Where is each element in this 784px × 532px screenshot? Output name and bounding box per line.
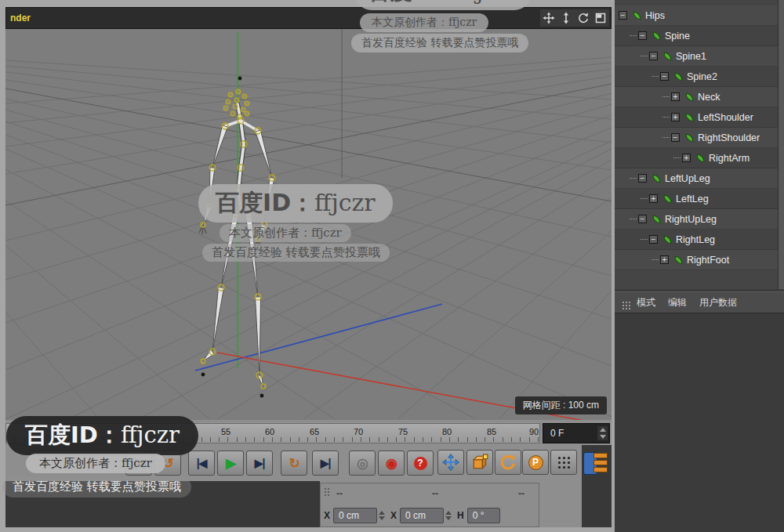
expand-toggle[interactable]: − [649, 52, 658, 60]
tree-item-rightupleg[interactable]: − RightUpLeg [615, 209, 784, 230]
expand-toggle[interactable]: − [638, 174, 647, 183]
tree-item-label: LeftShoulder [698, 112, 753, 123]
expand-toggle[interactable]: + [649, 194, 658, 203]
expand-toggle[interactable]: − [671, 133, 680, 142]
watermark-bottom-tip: 首发百度经验 转载要点赞投票哦 [2, 476, 191, 498]
field-stepper[interactable] [379, 511, 385, 520]
autokey-help-button[interactable]: ? [407, 451, 434, 476]
tree-item-hips[interactable]: − Hips [615, 5, 784, 26]
expand-toggle[interactable]: − [638, 215, 647, 223]
watermark-center-id: 百度ID：ffjczr [198, 184, 393, 223]
tree-item-label: RightLeg [676, 234, 715, 245]
position-x-field: X 0 cm [324, 508, 385, 523]
tree-item-spine1[interactable]: − Spine1 [615, 46, 784, 67]
watermark-id-label: 百度ID： [216, 189, 314, 216]
c4d-window: nder [0, 0, 784, 532]
rotate-view-icon[interactable] [576, 11, 591, 26]
previous-key-button[interactable]: |◀ [188, 451, 215, 476]
frame-stepper[interactable] [597, 426, 608, 440]
tree-connector [630, 178, 637, 179]
record-icon: ◉ [386, 457, 397, 470]
expand-toggle[interactable]: + [671, 92, 680, 101]
tree-item-leftupleg[interactable]: − LeftUpLeg [615, 168, 784, 189]
layers-bar [593, 460, 608, 465]
play-button[interactable]: ▶ [217, 451, 244, 476]
field-value[interactable]: 0 cm [400, 508, 444, 523]
ruler-number: 70 [354, 427, 363, 436]
expand-toggle[interactable]: + [682, 154, 691, 162]
layers-panel-button[interactable] [583, 451, 612, 475]
p-coordinate-button[interactable]: P [522, 450, 549, 475]
frame-number-value: 0 F [550, 428, 564, 439]
field-value[interactable]: 0 ° [467, 508, 500, 523]
dolly-view-icon[interactable] [559, 11, 574, 26]
tree-connector [652, 259, 659, 260]
tree-connector [641, 198, 648, 199]
bone-icon [651, 214, 662, 225]
expand-toggle[interactable]: − [638, 31, 647, 40]
tree-item-spine[interactable]: − Spine [615, 26, 784, 46]
watermark-top-author: 本文原创作者：ffjczr [360, 13, 488, 32]
panel-grip-icon [325, 488, 326, 490]
layers-bar [593, 453, 608, 458]
watermark-center-author: 本文原创作者：ffjczr [220, 224, 351, 242]
loop-button[interactable]: ↻ [281, 451, 307, 476]
expand-toggle[interactable]: − [619, 11, 627, 20]
tree-scrollbar[interactable] [778, 0, 784, 289]
record-scale-button[interactable]: ◎ [349, 451, 376, 476]
tree-item-spine2[interactable]: − Spine2 [615, 67, 784, 87]
coordinate-fields-row: X 0 cm X 0 cm H 0 ° [324, 506, 537, 525]
tree-connector [641, 56, 648, 56]
bone-icon [662, 234, 673, 245]
tree-connector [641, 239, 648, 240]
bone-icon [673, 71, 684, 82]
tree-item-label: Spine [665, 31, 690, 42]
record-keyframe-button[interactable]: ◉ [378, 451, 405, 476]
previous-key-icon: |◀ [197, 458, 207, 469]
object-tree: − Hips − Spine − Spine1 − Spine2 [615, 0, 784, 289]
viewport-nav-tile [540, 9, 609, 27]
expand-toggle[interactable]: − [649, 235, 658, 244]
ruler-number: 60 [265, 427, 274, 436]
tree-item-neck[interactable]: + Neck [615, 87, 784, 107]
rotate-tool-button[interactable] [495, 450, 521, 475]
pan-view-icon[interactable] [542, 11, 557, 26]
menu-edit[interactable]: 编辑 [668, 296, 687, 309]
tree-item-label: LeftUpLeg [665, 173, 710, 184]
tree-item-rightshoulder[interactable]: − RightShoulder [615, 128, 784, 148]
field-stepper[interactable] [445, 511, 452, 520]
tree-item-label: RightFoot [687, 255, 729, 266]
next-key-icon: ▶| [255, 458, 265, 469]
coordinates-panel: -- -- -- X 0 cm X 0 cm H 0 ° [320, 483, 539, 527]
menu-mode[interactable]: 模式 [637, 296, 655, 309]
menu-user-data[interactable]: 用户数据 [699, 296, 737, 309]
move-tool-icon [442, 454, 459, 471]
tree-item-leftshoulder[interactable]: + LeftShoulder [615, 107, 784, 128]
ruler-number: 65 [310, 427, 319, 436]
tree-item-rightleg[interactable]: − RightLeg [615, 230, 784, 250]
scale-tool-button[interactable] [466, 450, 493, 475]
move-tool-button[interactable] [437, 450, 464, 475]
tree-item-rightarm[interactable]: + RightArm [615, 148, 784, 168]
maximize-view-icon[interactable] [593, 11, 608, 26]
frame-number-field[interactable]: 0 F [543, 423, 610, 443]
expand-toggle[interactable]: + [671, 113, 680, 121]
bone-icon [673, 255, 684, 266]
placeholder-value: -- [432, 488, 438, 499]
tree-connector [662, 117, 670, 118]
next-key-button[interactable]: ▶| [246, 451, 273, 476]
expand-toggle[interactable]: + [660, 255, 669, 264]
record-dim-icon: ◎ [357, 457, 368, 470]
goto-end-button[interactable]: ▶| [312, 451, 339, 476]
placeholder-value: -- [336, 488, 343, 499]
tree-item-leftleg[interactable]: + LeftLeg [615, 189, 784, 209]
grid-dots-icon [558, 457, 561, 459]
goto-end-icon: ▶| [321, 458, 331, 469]
object-manager-panel: − Hips − Spine − Spine1 − Spine2 [615, 0, 784, 532]
expand-toggle[interactable]: − [660, 72, 669, 81]
tree-item-rightfoot[interactable]: + RightFoot [615, 250, 784, 270]
field-value[interactable]: 0 cm [333, 508, 377, 523]
p-coordinate-icon: P [528, 455, 543, 470]
grid-snap-button[interactable] [550, 450, 577, 475]
panel-grip-icon [622, 302, 624, 303]
